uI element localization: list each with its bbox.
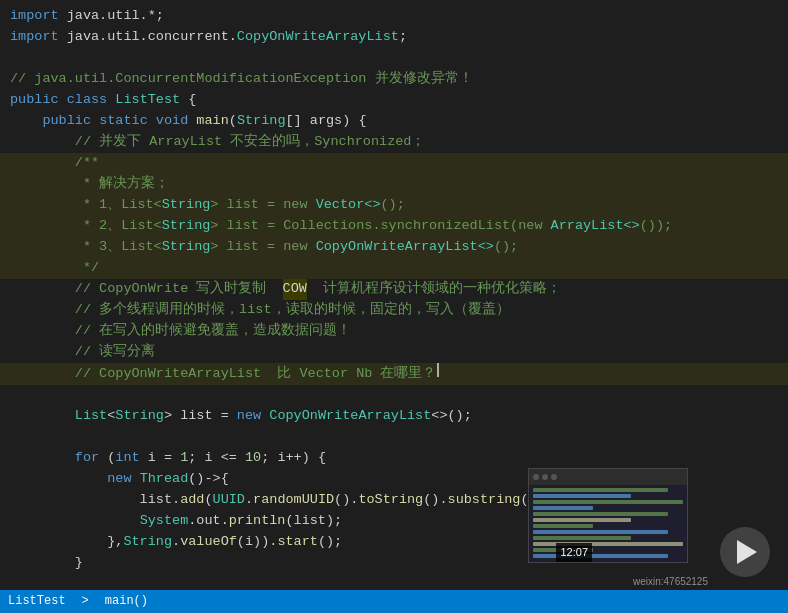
- code-line: // 多个线程调用的时候，list，读取的时候，固定的，写入（覆盖）: [0, 300, 788, 321]
- code-line: public static void main(String[] args) {: [0, 111, 788, 132]
- thumb-header: [529, 469, 687, 485]
- code-line: // java.util.ConcurrentModificationExcep…: [0, 69, 788, 90]
- code-line: List<String> list = new CopyOnWriteArray…: [0, 406, 788, 427]
- code-line: * 2、List<String> list = Collections.sync…: [0, 216, 788, 237]
- code-line: [0, 385, 788, 406]
- thumb-content: [529, 485, 687, 562]
- code-line: /**: [0, 153, 788, 174]
- thumb-dot-1: [533, 474, 539, 480]
- status-filename: ListTest: [8, 592, 66, 611]
- code-line: // 在写入的时候避免覆盖，造成数据问题！: [0, 321, 788, 342]
- code-line: [0, 48, 788, 69]
- code-line: for (int i = 1; i <= 10; i++) {: [0, 448, 788, 469]
- thumb-dot-2: [542, 474, 548, 480]
- watermark: weixin:47652125: [633, 574, 708, 590]
- timestamp-badge: 12:07: [556, 543, 592, 562]
- code-line: */: [0, 258, 788, 279]
- code-line: * 3、List<String> list = new CopyOnWriteA…: [0, 237, 788, 258]
- play-icon: [737, 540, 757, 564]
- code-line: public class ListTest {: [0, 90, 788, 111]
- code-line: * 解决方案；: [0, 174, 788, 195]
- code-line: // CopyOnWrite 写入时复制 COW 计算机程序设计领域的一种优化策…: [0, 279, 788, 300]
- code-line: // CopyOnWriteArrayList 比 Vector Nb 在哪里？: [0, 363, 788, 385]
- code-line: [0, 427, 788, 448]
- status-separator: >: [82, 592, 89, 611]
- code-line: * 1、List<String> list = new Vector<>();: [0, 195, 788, 216]
- code-line: import java.util.concurrent.CopyOnWriteA…: [0, 27, 788, 48]
- code-line: // 读写分离: [0, 342, 788, 363]
- code-line: // 并发下 ArrayList 不安全的吗，Synchronized；: [0, 132, 788, 153]
- thumb-dot-3: [551, 474, 557, 480]
- code-line: import java.util.*;: [0, 6, 788, 27]
- status-method: main(): [105, 592, 148, 611]
- play-button[interactable]: [720, 527, 770, 577]
- status-bar: ListTest > main(): [0, 590, 788, 613]
- thumbnail-overlay: [528, 468, 688, 563]
